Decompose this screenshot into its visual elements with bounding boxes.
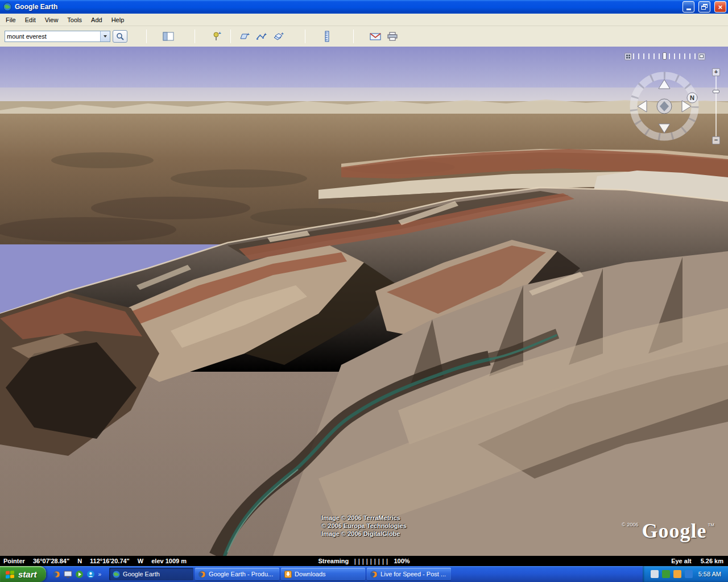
menu-add[interactable]: Add [86,15,107,25]
app-globe-icon [3,2,12,11]
zoom-slider-track[interactable] [712,76,720,136]
compass-navigator[interactable]: N [627,69,701,143]
tray-icon-3[interactable] [673,570,681,578]
restore-button[interactable] [698,1,710,13]
add-polygon-button[interactable]: + [237,30,252,43]
task-button-downloads[interactable]: Downloads [281,568,365,580]
restore-icon [701,4,708,10]
tray-icon-2[interactable] [662,570,670,578]
quick-launch-firefox-icon[interactable] [52,569,61,579]
logo-copyright: © 2006 [622,522,638,527]
task-button-google-earth[interactable]: Google Earth [109,568,193,580]
zoom-control: + − [712,68,720,144]
search-button[interactable] [113,30,127,43]
print-button[interactable] [385,30,400,43]
sidebar-toggle-button[interactable] [161,30,176,43]
menu-help[interactable]: Help [107,15,129,25]
task-label: Google Earth [123,571,160,577]
pan-down-arrow[interactable] [659,124,670,133]
streaming-label: Streaming [318,558,349,564]
zoom-rail [715,76,717,136]
windows-taskbar: start » Google Earth [0,566,728,582]
attribution-line: Image © 2006 TerraMetrics [321,514,407,522]
latitude-hemisphere: N [77,558,82,564]
task-label: Google Earth - Produ... [209,571,273,577]
email-button[interactable] [368,30,383,43]
longitude-value: 112°16'20.74" [90,558,130,564]
overview-map-button[interactable] [698,53,705,60]
status-bar: Pointer 36°07'28.84" N 112°16'20.74" W e… [0,556,728,566]
polygon-icon: + [239,32,250,41]
task-button-browser-1[interactable]: Google Earth - Produ... [195,568,279,580]
quick-launch-overflow-chevron[interactable]: » [97,571,103,577]
search-dropdown-button[interactable] [100,31,110,41]
quick-launch-desktop-icon[interactable] [63,569,73,579]
search-input[interactable] [5,31,100,41]
google-earth-window: Google Earth × File Edit View Tools Add … [0,0,728,582]
tilt-slider-thumb[interactable] [663,52,667,60]
grid-icon [626,55,630,59]
task-buttons: Google Earth Google Earth - Produ... Dow… [106,566,451,582]
logo-trademark: TM [708,522,714,527]
window-title: Google Earth [15,3,679,11]
measure-button[interactable] [320,30,334,43]
latitude-value: 36°07'28.84" [33,558,69,564]
title-bar: Google Earth × [0,0,728,14]
svg-text:+: + [264,32,267,37]
toolbar: + + + + [0,26,728,47]
search-icon [116,32,125,41]
windows-flag-icon [5,569,15,579]
streaming-status: Streaming ||||||||| 100% [318,558,410,564]
tilt-slider[interactable] [633,53,697,59]
add-path-button[interactable]: + [254,30,269,43]
firefox-task-icon [198,570,206,579]
svg-text:+: + [247,32,250,37]
pointer-label: Pointer [3,558,25,564]
add-image-overlay-button[interactable]: + [271,30,286,43]
sidebar-panel-icon [163,32,174,41]
tilt-reset-button[interactable] [624,53,632,60]
pointer-coordinates: Pointer 36°07'28.84" N 112°16'20.74" W e… [0,558,195,564]
minimize-icon [686,9,691,10]
system-tray: 5:58 AM [643,566,728,582]
menu-file[interactable]: File [1,15,20,25]
taskbar-clock: 5:58 AM [698,571,721,577]
compass-north-button[interactable]: N [687,93,697,103]
attribution-line: © 2006 Europa Technologies [321,522,407,530]
task-button-browser-2[interactable]: Live for Speed - Post ... [367,568,451,580]
pan-up-arrow[interactable] [659,80,670,89]
add-placemark-button[interactable]: + [209,30,224,43]
path-icon: + [256,32,267,41]
firefox-task-icon [370,570,378,579]
quick-launch-messenger-icon[interactable] [86,569,96,579]
zoom-slider-thumb[interactable] [713,90,719,93]
tray-icon-1[interactable] [651,570,659,578]
downloads-task-icon [284,570,292,579]
terrain-image [0,47,728,556]
menu-edit[interactable]: Edit [20,15,40,25]
zoom-in-button[interactable]: + [712,68,720,76]
imagery-attribution: Image © 2006 TerraMetrics © 2006 Europa … [321,514,407,538]
menu-view[interactable]: View [40,15,63,25]
tilt-control [624,52,705,60]
email-envelope-icon [370,32,381,41]
minimize-button[interactable] [682,1,694,13]
close-button[interactable]: × [714,1,726,13]
tray-icon-4[interactable] [685,570,693,578]
start-button[interactable]: start [0,566,46,582]
streaming-percent: 100% [394,558,410,564]
google-logo: © 2006 Google TM [622,521,714,541]
overview-map-icon [700,55,704,58]
ruler-icon [324,31,330,42]
pan-left-arrow[interactable] [638,101,647,112]
longitude-hemisphere: W [138,558,143,564]
image-overlay-icon: + [273,32,284,41]
menu-tools[interactable]: Tools [63,15,86,25]
earth-view[interactable]: N + − Image © 2006 TerraMetrics © 2006 E… [0,47,728,556]
eye-alt-value: 5.26 km [701,558,723,564]
quick-launch-media-icon[interactable] [75,569,84,579]
google-earth-task-icon [112,570,121,579]
task-label: Downloads [295,571,325,577]
zoom-out-button[interactable]: − [712,136,720,144]
printer-icon [387,32,398,41]
